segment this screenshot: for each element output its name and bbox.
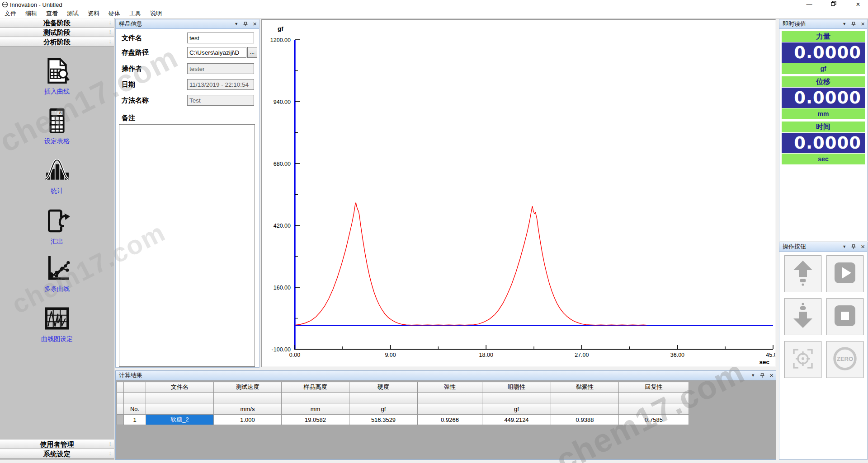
sample-info-body: 文件名存盘路径...操作者日期方法名称备注	[116, 29, 259, 367]
zero-button[interactable]: ZERO	[826, 341, 863, 378]
panel-collapse-icon[interactable]: ▼	[842, 19, 846, 28]
menu-item-2[interactable]: 查看	[42, 9, 62, 18]
panel-close-icon[interactable]: ×	[861, 243, 865, 251]
stage-button-1[interactable]: 测试阶段⁞	[0, 28, 114, 37]
chart-panel: -100.00160.00420.00680.00940.001200.000.…	[261, 19, 776, 367]
crosshead-down-button[interactable]	[784, 298, 821, 335]
column-header: 黏聚性	[551, 382, 619, 393]
field-input-0[interactable]	[187, 33, 254, 43]
force_curve-series	[295, 202, 646, 325]
menu-item-3[interactable]: 测试	[62, 9, 83, 18]
application-window: Innovation - Untitled — × 文件编辑查看测试资料硬体工具…	[0, 0, 868, 463]
panel-collapse-icon[interactable]: ▼	[842, 242, 846, 251]
menu-item-5[interactable]: 硬体	[104, 9, 125, 18]
field-input-1[interactable]	[187, 47, 246, 58]
panel-pin-icon[interactable]	[851, 244, 856, 249]
sidebar-tool-multi-curve[interactable]: 多条曲线	[0, 255, 114, 293]
header-spacer	[282, 393, 349, 403]
header-spacer	[214, 393, 282, 403]
tool-label: 汇出	[0, 238, 114, 246]
sidebar-tool-export[interactable]: 汇出	[0, 208, 114, 246]
result-cell[interactable]: 1.000	[214, 415, 282, 425]
field-input-3[interactable]	[187, 79, 254, 90]
svg-text:-100.00: -100.00	[272, 346, 291, 353]
sidebar-bottom-button-0[interactable]: 使用者管理⁞	[0, 440, 114, 449]
svg-text:9.00: 9.00	[385, 352, 396, 358]
result-cell[interactable]: 软糖_2	[146, 415, 214, 425]
minimize-button[interactable]: —	[803, 0, 816, 9]
stop-icon	[832, 303, 858, 330]
menu-item-1[interactable]: 编辑	[21, 9, 42, 18]
results-title: 计算结果	[119, 372, 142, 379]
sidebar-tool-statistics[interactable]: 统计	[0, 157, 114, 195]
browse-button[interactable]: ...	[247, 47, 257, 58]
result-cell[interactable]: 0.7585	[619, 415, 689, 425]
field-label-3: 日期	[122, 79, 135, 90]
reading-value: 0.0000	[782, 88, 865, 108]
panel-pin-icon[interactable]	[243, 22, 248, 27]
svg-text:1200.00: 1200.00	[270, 37, 291, 43]
panel-collapse-icon[interactable]: ▼	[234, 19, 238, 28]
restore-button[interactable]	[827, 0, 840, 9]
result-cell[interactable]: 0.9266	[418, 415, 482, 425]
svg-text:45.00: 45.00	[766, 352, 775, 358]
panel-close-icon[interactable]: ×	[861, 20, 865, 28]
multi-curve-icon	[44, 255, 70, 281]
sidebar-tool-calculator[interactable]: 8设定表格	[0, 108, 114, 145]
menu-item-7[interactable]: 说明	[146, 9, 166, 18]
panel-collapse-icon[interactable]: ▼	[751, 371, 755, 380]
stop-button[interactable]	[826, 298, 863, 335]
statistics-icon	[44, 157, 70, 183]
unit-header	[551, 403, 619, 415]
menu-item-6[interactable]: 工具	[125, 9, 146, 18]
header-spacer	[482, 393, 551, 403]
panel-close-icon[interactable]: ×	[253, 20, 257, 28]
close-button[interactable]: ×	[852, 0, 864, 9]
notes-textarea[interactable]	[119, 124, 255, 367]
down-arrow-icon	[790, 303, 816, 331]
column-header: 回复性	[619, 382, 689, 393]
row-marker	[117, 415, 124, 425]
stage-button-0[interactable]: 准备阶段⁞	[0, 18, 114, 28]
svg-text:0.00: 0.00	[289, 352, 300, 358]
reading-0: 力量0.0000gf	[782, 31, 865, 74]
result-cell[interactable]: 516.3529	[349, 415, 418, 425]
sample-info-panel: 样品信息 ▼ × 文件名存盘路径...操作者日期方法名称备注	[115, 19, 259, 368]
sidebar-bottom-button-0-label: 使用者管理	[40, 440, 74, 448]
stage-button-2[interactable]: 分析阶段⁞	[0, 37, 114, 47]
results-table: 文件名测试速度样品高度硬度弹性咀嚼性黏聚性回复性No.mm/smmgfgf1软糖…	[117, 382, 689, 425]
unit-header: mm/s	[214, 403, 282, 415]
sidebar-bottom-button-1[interactable]: 系统设定⁞	[0, 449, 114, 458]
crosshead-up-button[interactable]	[784, 255, 821, 292]
header-spacer	[619, 393, 689, 403]
run-button[interactable]	[826, 255, 863, 292]
sidebar-tool-insert-curve[interactable]: 插入曲线	[0, 58, 114, 96]
svg-text:160.00: 160.00	[274, 285, 291, 291]
menu-item-4[interactable]: 资料	[83, 9, 104, 18]
table-row: 1软糖_21.00019.0582516.35290.9266449.21240…	[117, 415, 689, 425]
return-home-button[interactable]	[784, 341, 821, 378]
result-cell[interactable]: 0.9388	[551, 415, 619, 425]
panel-pin-icon[interactable]	[851, 22, 856, 27]
sidebar: 准备阶段⁞测试阶段⁞分析阶段⁞ 插入曲线8设定表格统计汇出多条曲线曲线图设定 使…	[0, 18, 114, 460]
menu-item-0[interactable]: 文件	[0, 9, 21, 18]
tool-label: 统计	[0, 187, 114, 195]
row-number: 1	[124, 415, 146, 425]
field-input-2[interactable]	[187, 63, 254, 74]
grip-dots-icon: ⁞	[109, 449, 111, 458]
column-header: 测试速度	[214, 382, 282, 393]
result-cell[interactable]: 19.0582	[282, 415, 349, 425]
grip-dots-icon: ⁞	[109, 19, 111, 27]
panel-close-icon[interactable]: ×	[769, 371, 774, 379]
calculator-icon: 8	[44, 108, 70, 134]
svg-text:940.00: 940.00	[274, 99, 291, 105]
sidebar-tool-chart-settings[interactable]: 曲线图设定	[0, 305, 114, 343]
controls-panel: 操作按钮 ▼ × ZERO	[779, 242, 868, 460]
panel-pin-icon[interactable]	[760, 373, 765, 378]
svg-text:18.00: 18.00	[479, 352, 493, 358]
results-panel: 计算结果 ▼ × 文件名测试速度样品高度硬度弹性咀嚼性黏聚性回复性No.mm/s…	[115, 370, 776, 460]
stage-button-0-label: 准备阶段	[43, 19, 71, 27]
field-input-4[interactable]	[187, 95, 254, 106]
result-cell[interactable]: 449.2124	[482, 415, 551, 425]
window-bottom-edge	[0, 460, 868, 463]
